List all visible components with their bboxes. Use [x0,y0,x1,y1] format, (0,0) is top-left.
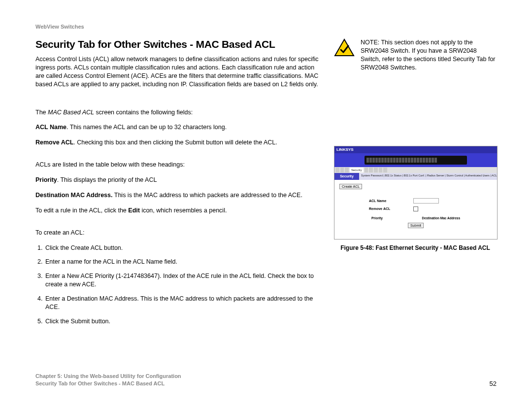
svg-marker-0 [335,39,354,56]
field-dest-mac: Destination MAC Address. This is the MAC… [35,191,319,200]
page-number: 52 [490,380,497,387]
figure-screenshot: LINKSYS Security [334,146,498,240]
step-2: Enter a name for the ACL in the ACL Name… [44,258,319,266]
figure-caption: Figure 5-48: Fast Ethernet Security - MA… [334,244,497,251]
figure-subtabs: System Password | 802.1x Status | 802.1x… [359,173,497,180]
figure-submit-button: Submit [408,223,424,228]
step-1: Click the Create ACL button. [44,244,319,252]
product-line: WebView Switches [35,24,497,30]
footer-subtitle: Security Tab for Other Switches - MAC Ba… [35,380,181,387]
edit-instruction: To edit a rule in the ACL, click the Edi… [35,206,319,215]
warning-check-icon [334,38,355,57]
create-intro: To create an ACL: [35,229,319,237]
left-column: Security Tab for Other Switches - MAC Ba… [35,38,324,332]
intro-paragraph: Access Control Lists (ACL) allow network… [35,55,319,89]
field-remove-acl: Remove ACL. Checking this box and then c… [35,138,319,147]
note-box: NOTE: This section does not apply to the… [334,38,497,72]
figure-sidebar-label: Security [334,173,359,180]
figure-brand: LINKSYS [336,147,354,152]
page-footer: Chapter 5: Using the Web-based Utility f… [35,373,497,387]
step-5: Click the Submit button. [44,317,319,326]
section-title: Security Tab for Other Switches - MAC Ba… [35,38,319,50]
figure-create-acl-button: Create ACL [339,184,362,189]
table-intro: ACLs are listed in the table below with … [35,161,319,169]
step-3: Enter a New ACE Priority (1-2147483647).… [44,272,319,289]
fields-intro: The MAC Based ACL screen contains the fo… [35,108,319,117]
note-text: NOTE: This section does not apply to the… [361,38,497,72]
footer-chapter: Chapter 5: Using the Web-based Utility f… [35,373,181,380]
right-column: NOTE: This section does not apply to the… [334,38,497,251]
field-priority: Priority. This displays the priority of … [35,176,319,184]
create-steps: Click the Create ACL button. Enter a nam… [35,244,319,326]
step-4: Enter a Destination MAC Address. This is… [44,295,319,311]
field-acl-name: ACL Name. This names the ACL and can be … [35,123,319,132]
